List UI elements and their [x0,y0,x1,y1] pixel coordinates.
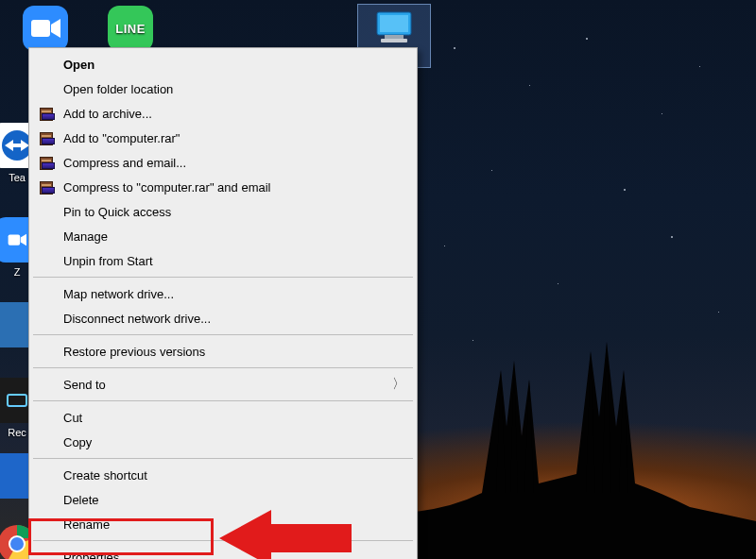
menu-delete[interactable]: Delete [31,487,415,512]
menu-label: Add to "computer.rar" [63,131,405,145]
menu-label: Create shortcut [63,468,405,483]
menu-separator [33,334,413,335]
menu-restore-previous-versions[interactable]: Restore previous versions [31,339,415,364]
menu-label: Cut [63,411,405,425]
winrar-icon [37,178,58,195]
menu-create-shortcut[interactable]: Create shortcut [31,463,415,487]
svg-rect-10 [385,35,404,39]
menu-label: Map network drive... [63,287,405,301]
menu-label: Disconnect network drive... [63,312,405,326]
menu-map-network-drive[interactable]: Map network drive... [31,281,415,306]
line-icon: LINE [108,6,153,51]
menu-separator [33,400,413,401]
menu-label: Pin to Quick access [63,205,405,219]
menu-disconnect-network-drive[interactable]: Disconnect network drive... [31,306,415,330]
menu-cut[interactable]: Cut [31,405,415,430]
menu-separator [33,367,413,368]
svg-rect-1 [31,20,50,37]
menu-rename[interactable]: Rename [31,512,415,536]
menu-label: Unpin from Start [63,254,405,268]
winrar-icon [37,129,58,146]
winrar-icon [37,105,58,122]
menu-manage[interactable]: Manage [31,224,415,248]
menu-separator [33,540,413,541]
svg-rect-9 [380,15,408,32]
menu-copy[interactable]: Copy [31,430,415,454]
menu-label: Delete [63,493,405,507]
menu-label: Open [63,58,405,72]
menu-send-to[interactable]: Send to〉 [31,372,415,397]
menu-pin-to-quick-access[interactable]: Pin to Quick access [31,199,415,224]
menu-add-to-computer-rar[interactable]: Add to "computer.rar" [31,126,415,150]
menu-label: Rename [63,517,405,532]
desktop[interactable]: Z LINE Tea Z Rec [0,0,756,559]
menu-open-folder-location[interactable]: Open folder location [31,76,415,101]
menu-add-to-archive[interactable]: Add to archive... [31,101,415,126]
svg-point-7 [10,537,24,551]
menu-separator [33,277,413,278]
chevron-right-icon: 〉 [392,376,405,393]
winrar-icon [37,154,58,171]
menu-compress-and-email[interactable]: Compress and email... [31,150,415,175]
menu-label: Properties [63,551,405,560]
menu-label: Send to [63,378,392,392]
svg-rect-4 [8,395,26,406]
menu-label: Compress to "computer.rar" and email [63,180,405,195]
svg-rect-11 [381,39,407,42]
menu-unpin-from-start[interactable]: Unpin from Start [31,248,415,273]
menu-separator [33,458,413,459]
svg-rect-3 [9,234,21,245]
menu-label: Restore previous versions [63,345,405,359]
zoom-icon [23,6,68,51]
menu-label: Add to archive... [63,107,405,121]
this-pc-icon [371,8,417,46]
context-menu: Open Open folder location Add to archive… [28,47,418,559]
menu-label: Manage [63,229,405,244]
menu-open[interactable]: Open [31,52,415,76]
trees-silhouette [416,313,756,559]
menu-compress-to-rar-and-email[interactable]: Compress to "computer.rar" and email [31,175,415,199]
menu-label: Copy [63,435,405,449]
menu-label: Open folder location [63,82,405,96]
menu-properties[interactable]: Properties [31,545,415,559]
menu-label: Compress and email... [63,156,405,170]
